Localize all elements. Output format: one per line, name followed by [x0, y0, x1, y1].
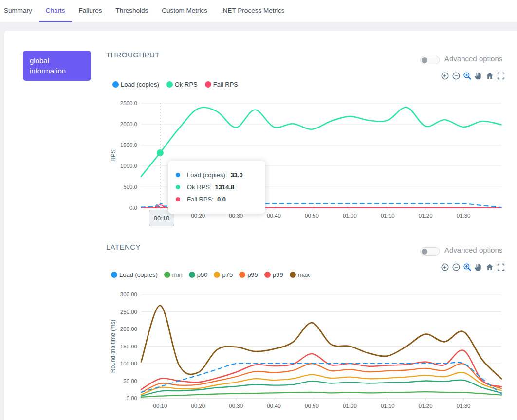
- zoom-out-icon[interactable]: [452, 263, 461, 272]
- svg-text:200.00: 200.00: [120, 326, 137, 332]
- svg-text:01:10: 01:10: [381, 213, 395, 219]
- legend-marker: [164, 272, 170, 278]
- tooltip-series-label: Ok RPS:: [187, 183, 212, 191]
- svg-text:300.00: 300.00: [120, 292, 137, 297]
- legend-marker: [264, 272, 271, 278]
- legend-label: Load (copies): [119, 271, 158, 278]
- legend-marker: [112, 81, 119, 88]
- tooltip-series-marker: [176, 173, 180, 177]
- fullscreen-icon[interactable]: [497, 263, 505, 272]
- legend-item-ok-rps[interactable]: Ok RPS: [166, 81, 198, 88]
- svg-text:00:40: 00:40: [267, 213, 281, 219]
- legend-item-load-copies-[interactable]: Load (copies): [111, 271, 158, 278]
- legend-marker: [214, 272, 220, 278]
- legend-item-fail-rps[interactable]: Fail RPS: [205, 81, 238, 88]
- tooltip-row: Ok RPS:1314.8: [176, 183, 258, 191]
- zoom-in-icon[interactable]: [441, 72, 449, 80]
- tooltip-series-value: 33.0: [230, 171, 242, 179]
- legend-label: min: [172, 271, 183, 278]
- svg-text:00:20: 00:20: [191, 403, 205, 409]
- svg-text:500.0: 500.0: [123, 184, 137, 190]
- svg-text:01:30: 01:30: [457, 403, 471, 409]
- svg-text:01:10: 01:10: [381, 403, 395, 409]
- svg-text:0.00: 0.00: [127, 395, 137, 401]
- tab-failures[interactable]: Failures: [72, 0, 109, 22]
- svg-text:2000.0: 2000.0: [120, 121, 137, 127]
- legend-marker: [290, 272, 296, 278]
- legend-label: Load (copies): [121, 81, 159, 88]
- svg-text:0.0: 0.0: [129, 205, 137, 211]
- legend-label: p99: [273, 271, 283, 278]
- tab-custom-metrics[interactable]: Custom Metrics: [155, 0, 214, 22]
- svg-text:1500.0: 1500.0: [120, 142, 137, 148]
- throughput-chart-toolbar: [441, 72, 505, 80]
- charts-page-card: global information THROUGHPUT Advanced o…: [4, 31, 517, 420]
- svg-text:50.00: 50.00: [123, 378, 137, 384]
- legend-label: Fail RPS: [213, 81, 238, 88]
- tooltip-row: Fail RPS:0.0: [176, 196, 258, 203]
- legend-marker: [205, 81, 211, 88]
- tab-summary[interactable]: Summary: [0, 0, 39, 22]
- legend-item-p75[interactable]: p75: [214, 271, 233, 278]
- tab-bar: SummaryChartsFailuresThresholdsCustom Me…: [0, 0, 517, 22]
- zoom-out-icon[interactable]: [452, 72, 461, 80]
- throughput-advanced-options-label: Advanced options: [444, 55, 502, 63]
- legend-label: max: [298, 271, 310, 278]
- svg-text:00:10: 00:10: [153, 403, 167, 409]
- tooltip-series-marker: [176, 197, 180, 201]
- svg-text:00:50: 00:50: [305, 213, 319, 219]
- latency-chart-toolbar: [441, 263, 505, 272]
- tooltip-series-value: 0.0: [217, 196, 226, 203]
- svg-text:01:30: 01:30: [457, 213, 471, 219]
- tooltip-series-label: Fail RPS:: [187, 196, 214, 203]
- tooltip-series-marker: [176, 185, 180, 189]
- legend-marker: [166, 81, 173, 88]
- selection-zoom-icon[interactable]: [463, 72, 472, 80]
- fullscreen-icon[interactable]: [497, 72, 505, 80]
- svg-text:150.00: 150.00: [120, 344, 137, 349]
- svg-text:2500.0: 2500.0: [120, 100, 137, 106]
- tab-charts[interactable]: Charts: [39, 0, 72, 22]
- global-information-button[interactable]: global information: [23, 51, 91, 81]
- svg-text:00:50: 00:50: [305, 403, 319, 409]
- latency-advanced-options-label: Advanced options: [444, 246, 502, 254]
- legend-item-max[interactable]: max: [290, 271, 310, 278]
- tooltip-row: Load (copies):33.0: [176, 171, 258, 179]
- svg-text:250.00: 250.00: [120, 309, 137, 315]
- home-icon[interactable]: [485, 263, 494, 272]
- pan-icon[interactable]: [474, 263, 483, 272]
- home-icon[interactable]: [485, 72, 494, 80]
- svg-text:100.00: 100.00: [120, 361, 137, 366]
- selection-zoom-icon[interactable]: [463, 263, 472, 272]
- legend-marker: [189, 272, 195, 278]
- throughput-section-title: THROUGHPUT: [106, 51, 160, 59]
- legend-label: p50: [197, 271, 208, 278]
- legend-marker: [111, 272, 117, 278]
- latency-advanced-options-toggle[interactable]: [420, 247, 440, 256]
- legend-marker: [239, 272, 245, 278]
- legend-label: Ok RPS: [175, 81, 198, 88]
- throughput-advanced-options-toggle[interactable]: [420, 56, 440, 64]
- svg-text:00:40: 00:40: [267, 403, 281, 409]
- pan-icon[interactable]: [474, 72, 483, 80]
- throughput-chart[interactable]: 0.0500.01000.01500.02000.02500.000:2000:…: [107, 96, 506, 227]
- legend-item-p50[interactable]: p50: [189, 271, 208, 278]
- legend-item-min[interactable]: min: [164, 271, 183, 278]
- svg-text:01:20: 01:20: [419, 403, 433, 409]
- tab--net-process-metrics[interactable]: .NET Process Metrics: [214, 0, 291, 22]
- throughput-legend: Load (copies)Ok RPSFail RPS: [112, 81, 238, 88]
- tab-thresholds[interactable]: Thresholds: [109, 0, 155, 22]
- legend-item-p95[interactable]: p95: [239, 271, 258, 278]
- legend-item-load-copies-[interactable]: Load (copies): [112, 81, 159, 88]
- latency-chart[interactable]: 0.0050.00100.00150.00200.00250.00300.000…: [107, 289, 506, 416]
- tooltip-series-label: Load (copies):: [187, 171, 227, 179]
- zoom-in-icon[interactable]: [441, 263, 449, 272]
- latency-section-title: LATENCY: [106, 243, 141, 251]
- toggle-knob: [422, 249, 427, 255]
- svg-text:01:00: 01:00: [343, 403, 357, 409]
- legend-label: p75: [222, 271, 233, 278]
- legend-item-p99[interactable]: p99: [264, 271, 283, 278]
- tooltip-series-value: 1314.8: [215, 183, 235, 191]
- latency-legend: Load (copies)minp50p75p95p99max: [111, 271, 310, 278]
- chart-tooltip: Load (copies):33.0Ok RPS:1314.8Fail RPS:…: [168, 161, 265, 214]
